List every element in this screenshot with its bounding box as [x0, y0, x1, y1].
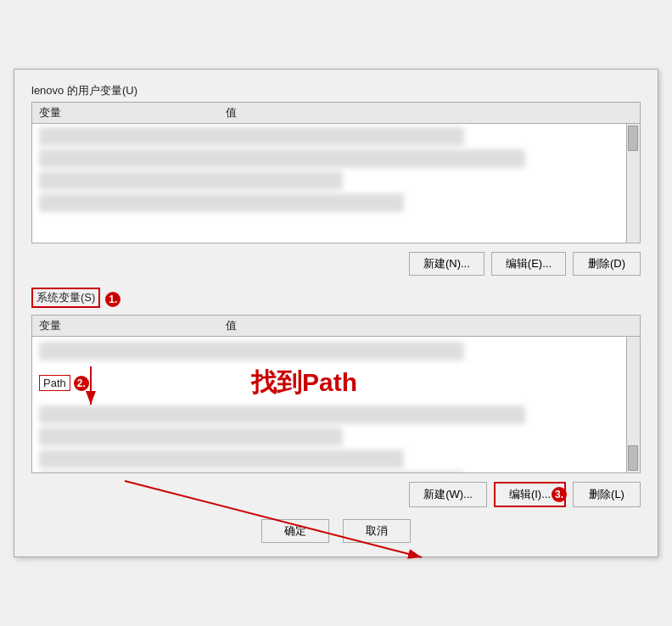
user-vars-table-body	[32, 124, 640, 243]
sys-vars-scrollbar-thumb[interactable]	[628, 445, 638, 471]
user-vars-table-header: 变量 值	[32, 103, 640, 124]
sys-vars-scrollbar[interactable]	[626, 337, 640, 472]
path-row[interactable]: Path 2. 找到Path	[32, 364, 640, 402]
user-var-row-1[interactable]	[39, 127, 464, 146]
delete-user-button[interactable]: 删除(D)	[573, 252, 641, 276]
user-var-row-2[interactable]	[39, 149, 525, 168]
sys-vars-button-row: 新建(W)... 编辑(I)... 3. 删除(L)	[31, 482, 641, 507]
find-path-annotation: 找到Path	[251, 366, 357, 400]
delete-sys-button[interactable]: 删除(L)	[573, 482, 641, 507]
sys-var-row-4[interactable]	[39, 428, 343, 446]
bottom-button-row: 确定 取消	[31, 519, 641, 543]
environment-variables-dialog: lenovo 的用户变量(U) 变量 值 新建(N)... 编辑(E)... 删…	[14, 69, 658, 557]
sys-var-row-5[interactable]	[39, 450, 404, 468]
step1-badge: 1.	[105, 292, 120, 307]
step2-badge: 2.	[74, 376, 89, 391]
sys-vars-col-val: 值	[226, 318, 633, 333]
sys-vars-table-body: Path 2. 找到Path	[32, 337, 640, 472]
step3-badge: 3.	[552, 487, 567, 502]
edit-user-button[interactable]: 编辑(E)...	[491, 252, 566, 276]
user-var-row-3[interactable]	[39, 171, 343, 190]
user-var-row-4[interactable]	[39, 193, 404, 212]
path-label: Path	[39, 375, 70, 391]
user-vars-scrollbar-thumb[interactable]	[628, 126, 638, 151]
user-vars-col-val: 值	[226, 105, 633, 120]
sys-vars-col-var: 变量	[39, 318, 226, 333]
sys-vars-table-header: 变量 值	[32, 316, 640, 337]
user-vars-col-var: 变量	[39, 105, 226, 120]
ok-button[interactable]: 确定	[261, 519, 329, 543]
sys-vars-label: 系统变量(S)	[31, 288, 100, 308]
sys-vars-table: 变量 值 Path 2. 找到Path	[31, 315, 641, 473]
sys-vars-table-wrapper: 变量 值 Path 2. 找到Path	[31, 315, 641, 473]
sys-var-row-3[interactable]	[39, 405, 525, 424]
sys-var-row-1[interactable]	[39, 342, 464, 361]
user-vars-button-row: 新建(N)... 编辑(E)... 删除(D)	[31, 252, 641, 276]
cancel-button[interactable]: 取消	[343, 519, 411, 543]
user-vars-scrollbar[interactable]	[626, 124, 640, 243]
user-vars-table: 变量 值	[31, 102, 641, 243]
user-vars-section: lenovo 的用户变量(U) 变量 值 新建(N)... 编辑(E)... 删…	[31, 83, 641, 276]
path-cell: Path 2.	[39, 375, 226, 391]
new-sys-button[interactable]: 新建(W)...	[409, 482, 487, 507]
sys-vars-header-row: 系统变量(S) 1.	[31, 288, 641, 311]
sys-var-row-6[interactable]	[39, 472, 464, 472]
new-user-button[interactable]: 新建(N)...	[409, 252, 484, 276]
sys-vars-section: 系统变量(S) 1. 变量 值 Path 2.	[31, 288, 641, 507]
user-vars-label: lenovo 的用户变量(U)	[31, 83, 641, 98]
